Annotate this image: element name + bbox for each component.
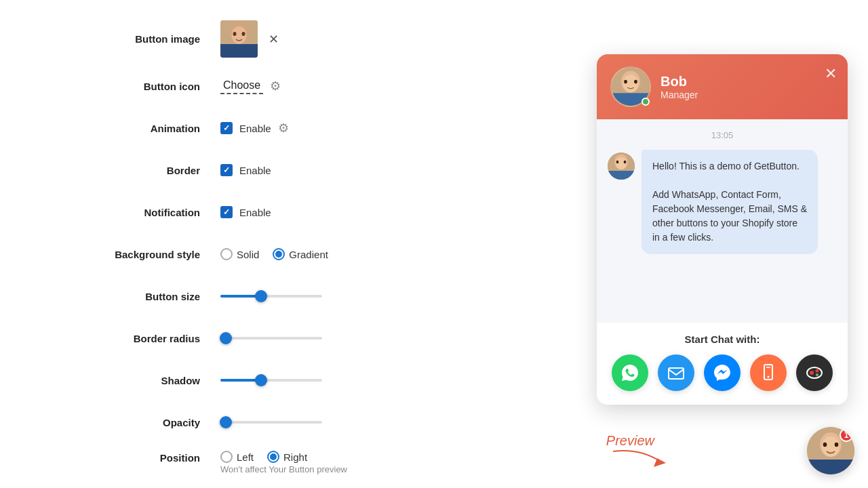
svg-rect-18 [608, 171, 635, 180]
border-content: Enable [220, 164, 271, 176]
opacity-thumb[interactable] [220, 416, 232, 428]
svg-point-25 [816, 369, 819, 373]
float-button-badge: 1 [840, 428, 853, 442]
game-button[interactable] [796, 354, 833, 391]
shadow-slider-track[interactable] [220, 379, 322, 382]
start-chat-label: Start Chat with: [610, 333, 834, 345]
border-radius-content [220, 337, 322, 340]
right-radio-item[interactable]: Right [267, 451, 307, 463]
border-row: Border Enable [81, 157, 461, 184]
right-radio-fill [270, 453, 277, 460]
solid-radio[interactable] [220, 248, 233, 260]
background-style-label: Background style [81, 249, 200, 260]
border-label: Border [81, 165, 200, 176]
svg-point-16 [616, 161, 619, 163]
opacity-slider-track[interactable] [220, 421, 322, 424]
position-radio-group: Left Right [220, 451, 347, 463]
settings-panel: Button image ✕ Button icon Choose [81, 20, 461, 488]
position-note: Won't affect Your Button preview [220, 464, 347, 474]
chat-message-row: Hello! This is a demo of GetButton.Add W… [608, 150, 837, 254]
choose-icon-button[interactable]: Choose [220, 78, 263, 94]
svg-point-4 [233, 32, 237, 36]
svg-point-32 [835, 443, 839, 447]
chat-message-bubble: Hello! This is a demo of GetButton.Add W… [642, 150, 818, 254]
right-label: Right [283, 451, 307, 463]
animation-label: Animation [81, 123, 200, 134]
button-image-content: ✕ [220, 20, 279, 58]
svg-marker-27 [654, 458, 666, 467]
position-content: Left Right Won't affect Your Button prev… [220, 451, 347, 474]
button-image-label: Button image [81, 33, 200, 45]
preview-label: Preview [606, 433, 654, 449]
background-style-content: Solid Gradient [220, 248, 328, 260]
right-radio[interactable] [267, 451, 279, 463]
button-size-content [220, 295, 322, 298]
email-button[interactable] [658, 354, 694, 391]
button-size-slider-track[interactable] [220, 295, 322, 298]
chat-msg-avatar [608, 152, 635, 180]
animation-row: Animation Enable ⚙ [81, 115, 461, 142]
svg-point-9 [623, 75, 638, 92]
chat-body: 13:05 Hello! This is a demo of GetButton… [597, 119, 848, 323]
gradient-radio-fill [275, 251, 282, 258]
preview-arrow-icon [613, 448, 667, 468]
chat-timestamp: 13:05 [608, 130, 837, 140]
shadow-content [220, 379, 322, 382]
notification-row: Notification Enable [81, 199, 461, 226]
svg-point-5 [242, 32, 245, 36]
position-row: Position Left Right Won't affect Your Bu… [81, 451, 461, 478]
border-radius-label: Border radius [81, 333, 200, 344]
button-icon-content: Choose ⚙ [220, 78, 281, 94]
phone-button[interactable] [750, 354, 787, 391]
position-label: Position [81, 451, 200, 464]
icon-settings-gear[interactable]: ⚙ [270, 79, 281, 94]
chat-header-info: Bob Manager [660, 74, 698, 100]
opacity-label: Opacity [81, 417, 200, 428]
solid-radio-item[interactable]: Solid [220, 248, 259, 260]
svg-point-24 [810, 371, 814, 375]
svg-point-26 [816, 373, 818, 376]
button-icon-row: Button icon Choose ⚙ [81, 73, 461, 100]
shadow-label: Shadow [81, 375, 200, 386]
notification-label: Notification [81, 207, 200, 218]
button-size-thumb[interactable] [255, 290, 267, 302]
svg-point-10 [624, 80, 627, 84]
opacity-content [220, 421, 322, 424]
button-size-row: Button size [81, 283, 461, 310]
svg-point-21 [768, 376, 770, 378]
svg-point-17 [624, 161, 627, 163]
left-radio[interactable] [220, 451, 233, 463]
notification-checkbox[interactable] [220, 206, 233, 218]
button-icon-label: Button icon [81, 81, 200, 92]
border-radius-slider-track[interactable] [220, 337, 322, 340]
notification-content: Enable [220, 206, 271, 218]
button-size-label: Button size [81, 291, 200, 302]
border-checkbox[interactable] [220, 164, 233, 176]
svg-rect-33 [807, 460, 854, 474]
whatsapp-button[interactable] [612, 354, 648, 391]
avatar-image[interactable] [220, 20, 258, 58]
border-enable-text: Enable [239, 165, 271, 176]
notification-enable-text: Enable [239, 207, 271, 218]
remove-image-button[interactable]: ✕ [269, 32, 279, 47]
gradient-radio-item[interactable]: Gradient [273, 248, 328, 260]
button-image-row: Button image ✕ [81, 20, 461, 58]
animation-settings-gear[interactable]: ⚙ [278, 121, 289, 136]
gradient-radio[interactable] [273, 248, 285, 260]
border-radius-thumb[interactable] [220, 332, 232, 344]
chat-agent-name: Bob [660, 74, 698, 89]
shadow-thumb[interactable] [255, 374, 267, 386]
svg-rect-19 [669, 368, 684, 379]
animation-content: Enable ⚙ [220, 121, 289, 136]
chat-header: Bob Manager ✕ [597, 54, 848, 119]
left-label: Left [237, 451, 254, 463]
messenger-button[interactable] [704, 354, 741, 391]
svg-point-11 [634, 80, 637, 84]
shadow-row: Shadow [81, 367, 461, 394]
animation-checkbox[interactable] [220, 122, 233, 134]
gradient-label: Gradient [289, 249, 328, 260]
left-radio-item[interactable]: Left [220, 451, 254, 463]
chat-buttons-row [610, 354, 834, 391]
floating-chat-button[interactable]: 1 [807, 427, 854, 474]
chat-close-button[interactable]: ✕ [825, 65, 837, 83]
